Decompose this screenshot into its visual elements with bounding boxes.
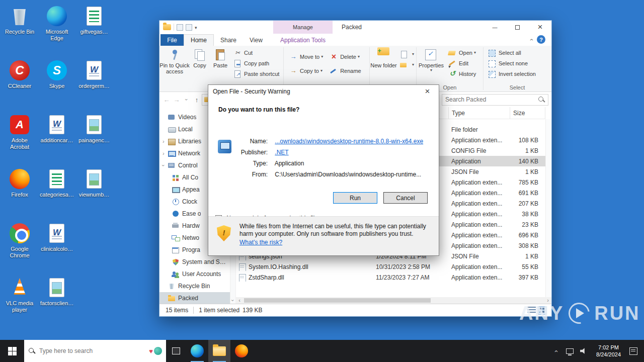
run-button[interactable]: Run bbox=[333, 192, 377, 204]
up-button[interactable]: ↑ bbox=[192, 95, 202, 105]
taskbar-edge-button[interactable] bbox=[186, 340, 208, 362]
dialog-field-value[interactable]: C:\Users\admin\Downloads\windowsdesktop-… bbox=[275, 171, 421, 178]
tab-home[interactable]: Home bbox=[184, 34, 214, 46]
properties-button[interactable]: Properties bbox=[417, 47, 446, 72]
desktop-icon[interactable]: clinicalcolo… bbox=[38, 219, 75, 274]
help-icon[interactable]: ? bbox=[537, 35, 545, 44]
qat-new-folder-icon[interactable] bbox=[186, 24, 192, 31]
desktop-icon[interactable]: Recycle Bin bbox=[1, 2, 38, 56]
desktop-icon[interactable]: giftvegas… bbox=[75, 2, 113, 56]
desktop-icon[interactable]: Microsoft Edge bbox=[38, 2, 75, 56]
forward-button[interactable]: → bbox=[172, 95, 182, 105]
desktop-icon[interactable]: Skype bbox=[38, 56, 75, 111]
pin-to-quick-access-button[interactable]: Pin to Quick access bbox=[159, 47, 190, 74]
tab-share[interactable]: Share bbox=[214, 34, 243, 46]
new-folder-button[interactable]: New folder bbox=[370, 47, 397, 68]
horizontal-scrollbar[interactable]: ‹ › bbox=[236, 297, 551, 304]
search-input[interactable] bbox=[442, 96, 538, 103]
back-button[interactable]: ← bbox=[162, 95, 172, 105]
tab-file[interactable]: File bbox=[160, 34, 184, 46]
copy-to-button[interactable]: Copy to▾ bbox=[287, 65, 325, 76]
dialog-field-value[interactable]: Application bbox=[275, 160, 304, 167]
select-all-button[interactable]: Select all bbox=[486, 47, 538, 58]
qat-properties-icon[interactable] bbox=[177, 24, 183, 31]
tree-chevron-icon[interactable] bbox=[163, 162, 168, 168]
desktop-icon[interactable]: Firefox bbox=[1, 165, 38, 219]
whats-the-risk-link[interactable]: What’s the risk? bbox=[239, 239, 282, 246]
desktop-icon[interactable]: VLC media player bbox=[1, 274, 38, 328]
tree-chevron-icon[interactable] bbox=[163, 138, 168, 144]
file-row[interactable]: System.IO.Hashing.dll 10/31/2023 2:58 PM… bbox=[236, 261, 545, 272]
taskbar-search-icon bbox=[28, 347, 36, 355]
select-none-button[interactable]: Select none bbox=[486, 58, 538, 68]
minimize-button[interactable] bbox=[484, 21, 506, 34]
dialog-field-value[interactable]: ...ownloads\windowsdesktop-runtime-8.0.8… bbox=[275, 138, 423, 145]
open-button[interactable]: Open▾ bbox=[446, 47, 478, 58]
anyrun-watermark: ANY RUN bbox=[519, 302, 640, 325]
search-box[interactable] bbox=[442, 94, 548, 106]
desktop-icon[interactable]: Google Chrome bbox=[1, 219, 38, 274]
tab-view[interactable]: View bbox=[243, 34, 269, 46]
desktop-icon[interactable]: factorsclien… bbox=[38, 274, 75, 328]
move-to-button[interactable]: Move to▾ bbox=[287, 51, 325, 62]
vertical-scrollbar[interactable] bbox=[545, 119, 551, 297]
delete-button[interactable]: Delete▾ bbox=[327, 51, 363, 62]
taskbar-clock[interactable]: 7:02 PM 8/24/2024 bbox=[592, 344, 625, 358]
desktop-icon[interactable]: additioncar… bbox=[38, 111, 75, 165]
desktop-icon[interactable]: ordergerm… bbox=[75, 56, 113, 111]
file-type-cell: CONFIG File bbox=[448, 147, 510, 154]
cut-button[interactable]: Cut bbox=[231, 47, 281, 58]
start-button[interactable] bbox=[0, 340, 24, 362]
file-row[interactable]: ZstdSharp.dll 11/23/2023 7:27 AM Applica… bbox=[236, 272, 545, 283]
scroll-left-icon[interactable]: ‹ bbox=[236, 297, 243, 304]
column-header-type[interactable]: Type bbox=[448, 107, 510, 119]
edit-button[interactable]: Edit bbox=[446, 58, 478, 68]
tree-chevron-icon[interactable] bbox=[163, 150, 168, 156]
horizontal-scrollbar-thumb[interactable] bbox=[244, 298, 431, 303]
paste-button[interactable]: Paste bbox=[210, 47, 231, 68]
collapse-ribbon-icon[interactable] bbox=[530, 36, 532, 43]
dialog-field-value[interactable]: .NET bbox=[275, 149, 288, 156]
window-controls bbox=[484, 21, 551, 34]
close-button[interactable] bbox=[529, 21, 551, 34]
maximize-button[interactable] bbox=[506, 21, 529, 34]
cancel-button[interactable]: Cancel bbox=[383, 192, 428, 204]
desktop-icon[interactable]: Adobe Acrobat bbox=[1, 111, 38, 165]
dialog-close-icon[interactable] bbox=[416, 85, 439, 98]
show-hidden-icons-chevron[interactable] bbox=[550, 340, 561, 362]
desktop-icon[interactable]: painagenc… bbox=[75, 111, 113, 165]
paste-shortcut-button[interactable]: Paste shortcut bbox=[231, 68, 281, 79]
invert-selection-button[interactable]: Invert selection bbox=[486, 68, 538, 79]
search-highlights-graphic[interactable]: ♥ bbox=[149, 347, 162, 355]
recent-locations-dropdown-icon[interactable] bbox=[182, 95, 192, 105]
task-view-button[interactable] bbox=[166, 340, 186, 362]
copy-button[interactable]: Copy bbox=[190, 47, 210, 68]
desktop-icon[interactable]: categoriesa… bbox=[38, 165, 75, 219]
taskbar-firefox-button[interactable] bbox=[230, 340, 253, 362]
explorer-window-icon[interactable] bbox=[163, 24, 171, 30]
dialog-field-label: Name: bbox=[208, 136, 268, 147]
history-button[interactable]: History bbox=[446, 68, 478, 79]
new-item-button[interactable]: ▾ bbox=[397, 49, 416, 59]
column-header-size[interactable]: Size bbox=[510, 107, 545, 119]
easy-access-button[interactable]: ▾ bbox=[397, 59, 416, 70]
qat-customize-arrow-icon[interactable] bbox=[195, 24, 197, 31]
desktop-icon[interactable]: CCleaner bbox=[1, 56, 38, 111]
network-tray-button[interactable] bbox=[564, 340, 575, 362]
taskbar-file-explorer-button[interactable] bbox=[208, 340, 230, 362]
status-selection: 1 item selected bbox=[199, 307, 239, 314]
nav-item[interactable]: Recycle Bin bbox=[159, 280, 235, 292]
taskbar-search-box[interactable]: ♥ bbox=[24, 340, 166, 362]
nav-scroll-down-icon[interactable] bbox=[230, 298, 235, 304]
action-center-button[interactable] bbox=[628, 340, 639, 362]
tab-application-tools[interactable]: Application Tools bbox=[273, 34, 333, 46]
copy-path-button[interactable]: Copy path bbox=[231, 58, 281, 68]
nav-item[interactable]: System and Se… bbox=[159, 256, 235, 268]
volume-tray-button[interactable] bbox=[578, 340, 589, 362]
taskbar-search-input[interactable] bbox=[39, 347, 145, 354]
nav-item[interactable]: Packed bbox=[159, 292, 235, 304]
file-size-cell: 785 KB bbox=[510, 179, 545, 186]
nav-item[interactable]: User Accounts bbox=[159, 268, 235, 280]
desktop-icon[interactable]: viewnumb… bbox=[75, 165, 113, 219]
rename-button[interactable]: Rename bbox=[327, 65, 363, 76]
